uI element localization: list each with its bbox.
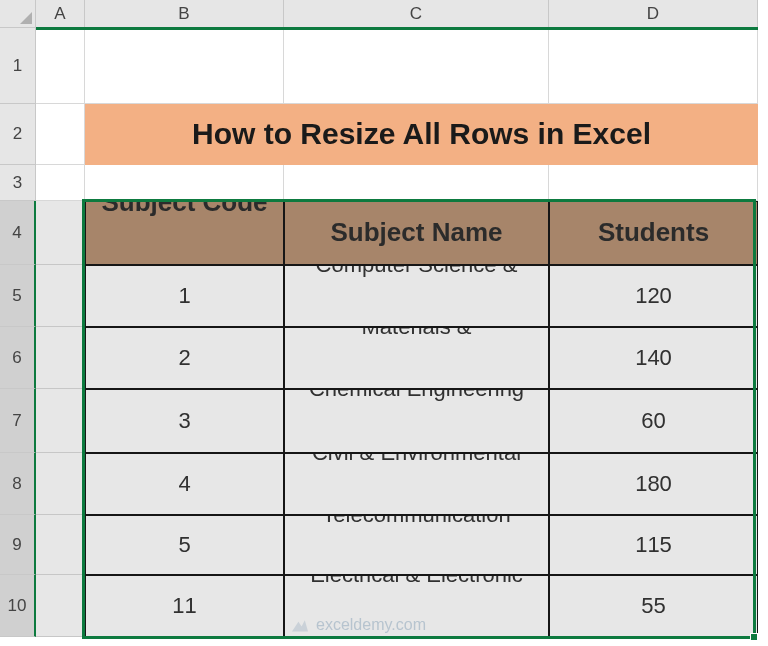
row-header-2[interactable]: 2 xyxy=(0,104,36,165)
row-header-4[interactable]: 4 xyxy=(0,201,36,265)
cell-D6[interactable]: 140 xyxy=(549,327,758,389)
row-headers: 1 2 3 4 5 6 7 8 9 10 xyxy=(0,28,36,637)
cell-B5[interactable]: 1 xyxy=(85,265,284,327)
cell-B9[interactable]: 5 xyxy=(85,515,284,575)
header-students[interactable]: Students xyxy=(549,201,758,265)
col-header-A[interactable]: A xyxy=(36,0,85,28)
row-header-10[interactable]: 10 xyxy=(0,575,36,637)
row-header-9[interactable]: 9 xyxy=(0,515,36,575)
spreadsheet: A B C D 1 2 3 4 5 6 7 8 9 10 How to Resi… xyxy=(0,0,768,646)
cell-A9[interactable] xyxy=(36,515,85,575)
col-header-C[interactable]: C xyxy=(284,0,549,28)
cell-C9[interactable]: Telecommunication xyxy=(284,515,549,575)
cell-C5[interactable]: Computer Science & xyxy=(284,265,549,327)
cell-D1[interactable] xyxy=(549,28,758,104)
row-header-7[interactable]: 7 xyxy=(0,389,36,453)
cell-D7[interactable]: 60 xyxy=(549,389,758,453)
cell-C1[interactable] xyxy=(284,28,549,104)
col-header-B[interactable]: B xyxy=(85,0,284,28)
title-cell[interactable]: How to Resize All Rows in Excel xyxy=(85,104,758,165)
cell-C3[interactable] xyxy=(284,165,549,201)
cell-C10[interactable]: Electrical & Electronic xyxy=(284,575,549,637)
cell-C6[interactable]: Materials & xyxy=(284,327,549,389)
row-header-3[interactable]: 3 xyxy=(0,165,36,201)
cell-A8[interactable] xyxy=(36,453,85,515)
column-headers: A B C D xyxy=(0,0,758,28)
header-subject-code[interactable]: Subject Code xyxy=(85,201,284,265)
cell-D8[interactable]: 180 xyxy=(549,453,758,515)
cell-D5[interactable]: 120 xyxy=(549,265,758,327)
cell-D9[interactable]: 115 xyxy=(549,515,758,575)
cell-B3[interactable] xyxy=(85,165,284,201)
row-header-5[interactable]: 5 xyxy=(0,265,36,327)
cell-B6[interactable]: 2 xyxy=(85,327,284,389)
cell-A7[interactable] xyxy=(36,389,85,453)
header-subject-name[interactable]: Subject Name xyxy=(284,201,549,265)
row-header-1[interactable]: 1 xyxy=(0,28,36,104)
cell-A2[interactable] xyxy=(36,104,85,165)
row-header-8[interactable]: 8 xyxy=(0,453,36,515)
cell-A6[interactable] xyxy=(36,327,85,389)
cell-A5[interactable] xyxy=(36,265,85,327)
cell-B8[interactable]: 4 xyxy=(85,453,284,515)
cell-C7[interactable]: Chemical Engineering xyxy=(284,389,549,453)
cell-A10[interactable] xyxy=(36,575,85,637)
row-header-6[interactable]: 6 xyxy=(0,327,36,389)
col-header-D[interactable]: D xyxy=(549,0,758,28)
cell-A3[interactable] xyxy=(36,165,85,201)
cell-D10[interactable]: 55 xyxy=(549,575,758,637)
cell-A4[interactable] xyxy=(36,201,85,265)
cell-A1[interactable] xyxy=(36,28,85,104)
cell-D3[interactable] xyxy=(549,165,758,201)
cell-B7[interactable]: 3 xyxy=(85,389,284,453)
cells-area: How to Resize All Rows in Excel Subject … xyxy=(36,28,758,637)
cell-B10[interactable]: 11 xyxy=(85,575,284,637)
select-all-corner[interactable] xyxy=(0,0,36,28)
cell-B1[interactable] xyxy=(85,28,284,104)
cell-C8[interactable]: Civil & Environmental xyxy=(284,453,549,515)
